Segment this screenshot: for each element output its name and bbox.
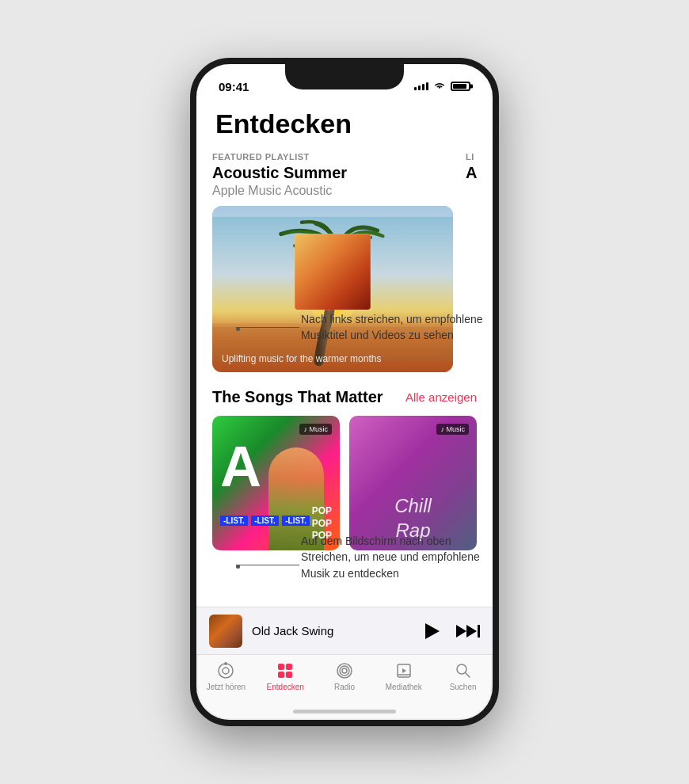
song-cards: ♪ Music A -LIST. -LIST. -LIST.: [212, 416, 477, 550]
now-playing-info: Old Jack Swing: [252, 624, 413, 637]
featured-title-partial: A: [466, 164, 477, 182]
palm-tree-illustration: [212, 206, 453, 372]
tab-library-icon: [394, 661, 413, 680]
featured-label: FEATURED PLAYLIST: [212, 152, 453, 162]
svg-rect-13: [278, 672, 284, 678]
svg-rect-11: [278, 664, 284, 670]
list-label-2: -LIST.: [251, 516, 279, 526]
tab-search[interactable]: Suchen: [433, 661, 493, 691]
song-card-pop[interactable]: ♪ Music A -LIST. -LIST. -LIST.: [212, 416, 340, 550]
home-indicator: [293, 710, 396, 714]
tab-radio-label: Radio: [334, 683, 355, 691]
svg-point-8: [219, 664, 233, 678]
battery-icon: [451, 82, 470, 91]
callout-dot-2: [236, 565, 240, 569]
play-button[interactable]: [423, 622, 442, 641]
apple-music-badge-1: ♪ Music: [299, 424, 332, 435]
svg-line-18: [465, 673, 470, 678]
featured-label-partial: LI: [466, 152, 477, 162]
featured-caption: Uplifting music for the warmer months: [222, 353, 443, 364]
featured-subtitle: Apple Music Acoustic: [212, 184, 453, 198]
svg-rect-14: [286, 672, 292, 678]
callout-text-1: Nach links streichen, um empfohlene Musi…: [301, 311, 483, 344]
featured-title: Acoustic Summer: [212, 164, 453, 182]
callout-text-2: Auf dem Bildschirm nach oben Streichen, …: [301, 533, 483, 581]
tab-library-label: Mediathek: [386, 683, 422, 691]
song-card-chill[interactable]: ♪ Music ChillRap: [349, 416, 477, 550]
svg-point-10: [224, 662, 227, 665]
apple-music-badge-2: ♪ Music: [436, 424, 469, 435]
svg-rect-7: [295, 234, 371, 310]
svg-point-9: [223, 668, 229, 674]
callout-line-2: [236, 565, 299, 565]
tab-discover-label: Entdecken: [267, 683, 304, 691]
wifi-icon: [433, 81, 446, 93]
tab-listen[interactable]: Jetzt hören: [196, 661, 256, 691]
tab-discover[interactable]: Entdecken: [256, 661, 315, 691]
tab-discover-icon: [276, 661, 295, 680]
svg-rect-12: [286, 664, 292, 670]
songs-section: The Songs That Matter Alle anzeigen ♪ Mu…: [212, 388, 477, 550]
featured-image[interactable]: Uplifting music for the warmer months: [212, 206, 453, 372]
callout-line-1: [236, 327, 299, 328]
tab-listen-icon: [216, 661, 235, 680]
songs-link[interactable]: Alle anzeigen: [405, 390, 477, 404]
tab-library[interactable]: Mediathek: [374, 661, 433, 691]
forward-icon: [456, 625, 480, 637]
page-title: Entdecken: [212, 108, 477, 139]
signal-icon: [414, 82, 428, 90]
songs-title: The Songs That Matter: [212, 388, 383, 406]
notch: [285, 64, 404, 89]
card-list-labels: -LIST. -LIST. -LIST.: [220, 512, 310, 527]
phone-frame: 09:41: [190, 58, 499, 726]
list-label-1: -LIST.: [220, 516, 248, 526]
tab-listen-label: Jetzt hören: [207, 683, 246, 691]
forward-button[interactable]: [456, 625, 480, 637]
tab-search-icon: [454, 661, 473, 680]
now-playing-controls: [423, 622, 480, 641]
tab-radio[interactable]: Radio: [315, 661, 375, 691]
now-playing-bar[interactable]: Old Jack Swing: [196, 607, 493, 654]
now-playing-title: Old Jack Swing: [252, 624, 413, 637]
tab-radio-icon: [335, 661, 354, 680]
songs-header: The Songs That Matter Alle anzeigen: [212, 388, 477, 406]
status-icons: [414, 81, 470, 93]
tab-search-label: Suchen: [450, 683, 477, 691]
now-playing-art: [209, 615, 242, 648]
callout-swipe-up: Auf dem Bildschirm nach oben Streichen, …: [301, 533, 483, 581]
callout-dot-1: [236, 327, 240, 331]
callout-swipe-left: Nach links streichen, um empfohlene Musi…: [301, 311, 483, 344]
play-icon: [425, 623, 440, 639]
list-label-3: -LIST.: [282, 516, 310, 526]
status-time: 09:41: [219, 80, 249, 93]
